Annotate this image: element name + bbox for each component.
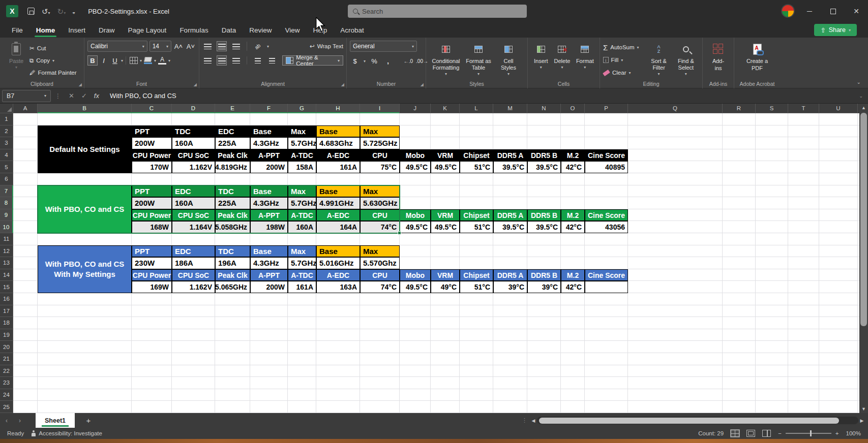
namebox-splitter[interactable]: ⋮: [55, 92, 61, 100]
spec-header-cell[interactable]: EDC: [215, 125, 250, 138]
spec-header-cell[interactable]: Base: [250, 125, 288, 138]
monitor-header-cell[interactable]: Cine Score: [585, 209, 628, 222]
row-header-23[interactable]: 23: [0, 377, 13, 389]
row-header-7[interactable]: 7: [0, 185, 13, 198]
monitor-value-cell[interactable]: 4.819GHz: [215, 161, 250, 173]
spec-header-cell[interactable]: TDC: [172, 125, 215, 138]
tab-acrobat[interactable]: Acrobat: [334, 22, 371, 38]
monitor-value-cell[interactable]: 43056: [585, 221, 628, 233]
font-color-dropdown[interactable]: ▾: [168, 58, 170, 63]
spec-header-cell[interactable]: Max: [288, 245, 316, 258]
monitor-value-cell[interactable]: 39°C: [493, 281, 527, 293]
spec-header-cell[interactable]: PPT: [132, 125, 172, 138]
monitor-header-cell[interactable]: M.2: [561, 149, 585, 162]
delete-cells-button[interactable]: ✕ Delete▾: [551, 41, 574, 78]
find-select-button[interactable]: Find & Select▾: [673, 41, 699, 78]
alignment-dialog-launcher[interactable]: ◢: [341, 82, 344, 87]
scroll-up-icon[interactable]: ▲: [859, 104, 868, 112]
row-header-17[interactable]: 17: [0, 305, 13, 318]
number-format-combo[interactable]: General▾: [350, 41, 417, 52]
column-header-J[interactable]: J: [400, 104, 431, 113]
clipboard-dialog-launcher[interactable]: ◢: [79, 82, 82, 87]
paste-button[interactable]: Paste▾: [3, 41, 29, 78]
monitor-header-cell[interactable]: Cine Score: [585, 149, 628, 162]
spec-value-cell[interactable]: 4.3GHz: [250, 257, 288, 269]
monitor-value-cell[interactable]: 74°C: [360, 281, 400, 293]
monitor-value-cell[interactable]: 49.5°C: [400, 221, 431, 233]
column-header-R[interactable]: R: [723, 104, 756, 113]
monitor-header-cell[interactable]: Mobo: [400, 209, 431, 222]
spec-value-cell[interactable]: 225A: [215, 197, 250, 209]
format-as-table-button[interactable]: Format as Table▾: [463, 41, 494, 78]
monitor-value-cell[interactable]: 161A: [288, 281, 316, 293]
row-header-16[interactable]: 16: [0, 293, 13, 305]
spec-value-cell[interactable]: 200W: [132, 137, 172, 149]
undo-icon[interactable]: ↺▾: [42, 8, 50, 15]
align-top-icon[interactable]: [202, 41, 213, 51]
monitor-header-cell[interactable]: CPU: [360, 209, 400, 222]
column-header-B[interactable]: B: [38, 104, 132, 113]
column-header-H[interactable]: H: [316, 104, 360, 113]
spec-value-cell[interactable]: 200W: [132, 197, 172, 209]
monitor-header-cell[interactable]: Mobo: [400, 269, 431, 281]
collapse-ribbon-icon[interactable]: ⌄: [857, 79, 861, 85]
font-name-combo[interactable]: Calibri▾: [87, 41, 147, 52]
column-header-G[interactable]: G: [288, 104, 316, 113]
orientation-button[interactable]: ab: [253, 41, 263, 51]
monitor-value-cell[interactable]: 198W: [250, 221, 288, 233]
orientation-dropdown[interactable]: ▾: [267, 44, 269, 49]
account-avatar[interactable]: [781, 4, 795, 18]
zoom-out-icon[interactable]: −: [778, 430, 782, 436]
row-header-6[interactable]: 6: [0, 173, 13, 185]
row-header-5[interactable]: 5: [0, 161, 13, 173]
spec-header-cell[interactable]: Base: [250, 185, 288, 198]
scroll-left-icon[interactable]: ◀: [530, 418, 537, 423]
row-header-10[interactable]: 10: [0, 221, 13, 233]
monitor-value-cell[interactable]: 164A: [316, 221, 360, 233]
horizontal-scroll-thumb[interactable]: [539, 418, 839, 424]
spec-value-cell[interactable]: 4.3GHz: [250, 197, 288, 209]
monitor-header-cell[interactable]: CPU Power: [132, 209, 172, 222]
column-header-S[interactable]: S: [756, 104, 788, 113]
spec-value-cell[interactable]: 5.7GHz: [288, 257, 316, 269]
monitor-value-cell[interactable]: 51°C: [460, 161, 493, 173]
row-header-19[interactable]: 19: [0, 329, 13, 341]
monitor-header-cell[interactable]: VRM: [431, 269, 460, 281]
sheet-tab-sheet1[interactable]: Sheet1: [36, 413, 75, 428]
monitor-value-cell[interactable]: 39.5°C: [493, 221, 527, 233]
spec-value-cell[interactable]: 4.683Ghz: [316, 137, 360, 149]
monitor-header-cell[interactable]: VRM: [431, 149, 460, 162]
monitor-value-cell[interactable]: 39°C: [527, 281, 561, 293]
excel-logo-icon[interactable]: X: [6, 5, 18, 17]
confirm-entry-icon[interactable]: ✓: [81, 92, 87, 100]
monitor-value-cell[interactable]: 75°C: [360, 161, 400, 173]
row-header-21[interactable]: 21: [0, 353, 13, 365]
fill-color-button[interactable]: [143, 55, 153, 66]
monitor-header-cell[interactable]: A-PPT: [250, 269, 288, 281]
tab-home[interactable]: Home: [29, 22, 62, 38]
column-header-I[interactable]: I: [360, 104, 400, 113]
cut-button[interactable]: ✂Cut: [29, 43, 77, 54]
monitor-value-cell[interactable]: [585, 281, 628, 293]
monitor-value-cell[interactable]: 49.5°C: [431, 161, 460, 173]
spec-header-cell[interactable]: Base: [316, 185, 360, 198]
zoom-in-icon[interactable]: +: [835, 430, 839, 436]
align-center-icon[interactable]: [217, 55, 227, 66]
row-header-22[interactable]: 22: [0, 365, 13, 377]
row-header-1[interactable]: 1: [0, 113, 13, 125]
spec-value-cell[interactable]: 225A: [215, 137, 250, 149]
monitor-value-cell[interactable]: 49.5°C: [431, 221, 460, 233]
increase-decimal-button[interactable]: ←.0: [403, 56, 413, 66]
percent-style-button[interactable]: %: [369, 56, 379, 66]
column-header-U[interactable]: U: [819, 104, 858, 113]
monitor-value-cell[interactable]: 1.164V: [172, 221, 215, 233]
zoom-thumb[interactable]: [810, 430, 812, 436]
increase-indent-icon[interactable]: [267, 55, 277, 66]
monitor-value-cell[interactable]: 5.058GHz: [215, 221, 250, 233]
number-dialog-launcher[interactable]: ◢: [421, 82, 424, 87]
spec-value-cell[interactable]: 160A: [172, 197, 215, 209]
autosum-button[interactable]: ΣAutoSum▾: [603, 42, 645, 53]
monitor-header-cell[interactable]: Chipset: [460, 209, 493, 222]
spec-value-cell[interactable]: 4.991GHz: [316, 197, 360, 209]
column-header-F[interactable]: F: [250, 104, 288, 113]
